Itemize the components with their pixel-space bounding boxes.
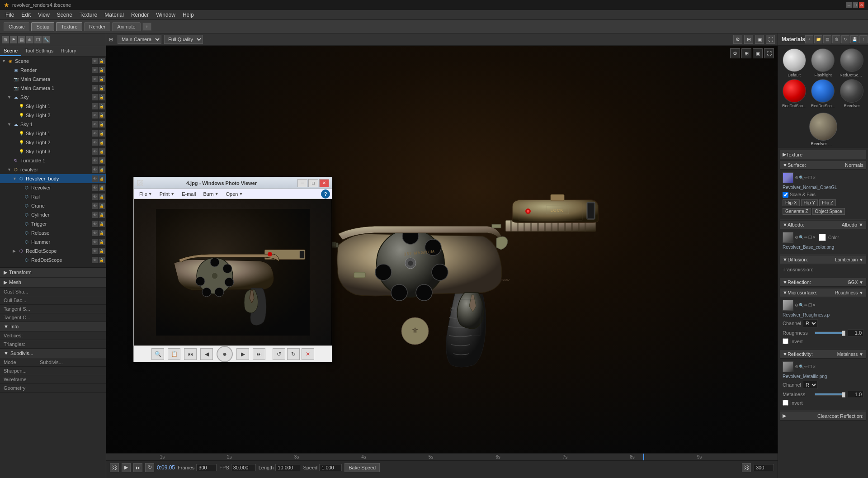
lock-icon[interactable]: 🔒 [99, 166, 105, 173]
mat-item-revolver-metal[interactable]: Revolver Metal [778, 111, 868, 148]
eye-icon[interactable]: 👁 [92, 58, 98, 64]
diffusion-section-header[interactable]: ▼ Diffusion: Lambertian ▼ [780, 256, 866, 264]
channel-select[interactable]: RGBA [803, 319, 818, 327]
metalness-input[interactable] [848, 391, 863, 398]
reflection-section-header[interactable]: ▼ Reflection: GGX ▼ [780, 278, 866, 287]
tl-cycle-button[interactable]: ↻ [145, 463, 154, 472]
pv-menu-file[interactable]: File ▼ [136, 190, 156, 198]
tl-end-frame-input[interactable] [754, 464, 774, 471]
flip-z-button[interactable]: Flip Z [819, 199, 836, 206]
close-button[interactable]: ✕ [859, 2, 864, 8]
pv-menu-burn[interactable]: Burn ▼ [199, 190, 222, 198]
tree-item-render[interactable]: ▣ Render 👁🔒 [0, 66, 106, 75]
tree-item-hammer[interactable]: ⬡ Hammer 👁🔒 [0, 237, 106, 246]
tl-speed-input[interactable] [319, 464, 342, 471]
eye-icon[interactable]: 👁 [92, 212, 98, 218]
fullscreen-icon[interactable]: ⛶ [766, 35, 775, 44]
tl-length-input[interactable] [275, 464, 300, 471]
vp-settings-icon[interactable]: ⚙ [730, 48, 740, 58]
menu-help[interactable]: Help [179, 11, 198, 19]
mat-item-revolver[interactable]: Revolver [838, 79, 865, 108]
mode-setup[interactable]: Setup [31, 22, 54, 31]
lock-icon[interactable]: 🔒 [99, 194, 105, 200]
mat-item-default[interactable]: Default [781, 48, 808, 77]
albedo-map-settings-icon[interactable]: ⚙ [795, 235, 798, 240]
tree-item-turntable[interactable]: ↻ Turntable 1 👁🔒 [0, 156, 106, 165]
eye-icon[interactable]: 👁 [92, 94, 98, 100]
lock-icon[interactable]: 🔒 [99, 130, 105, 137]
pv-minimize-button[interactable]: ─ [297, 179, 307, 187]
channel2-select[interactable]: RGBA [803, 381, 818, 389]
normal-map-edit-icon[interactable]: ✏ [804, 175, 808, 180]
tl-next-button[interactable]: ⏭ [133, 463, 142, 472]
tree-item-revolver-group[interactable]: ▼ ⬡ revolver 👁🔒 [0, 165, 106, 174]
flip-x-button[interactable]: Flip X [783, 199, 800, 206]
albedo-map-search-icon[interactable]: 🔍 [799, 235, 804, 240]
tree-item-trigger[interactable]: ⬡ Trigger 👁🔒 [0, 219, 106, 228]
mat-item-flashlight[interactable]: Flashlight [810, 48, 837, 77]
tree-item-sky-1[interactable]: ▼ ☁ Sky 1 👁🔒 [0, 120, 106, 129]
eye-icon[interactable]: 👁 [92, 103, 98, 109]
scene-tool-2[interactable]: ⚑ [10, 36, 17, 43]
scene-tool-5[interactable]: ❐ [34, 36, 42, 43]
eye-icon[interactable]: 👁 [92, 221, 98, 227]
texture-section-header[interactable]: ▶ Texture [780, 150, 866, 159]
normal-map-search-icon[interactable]: 🔍 [799, 175, 804, 180]
lock-icon[interactable]: 🔒 [99, 94, 105, 100]
object-space-button[interactable]: Object Space [812, 208, 845, 215]
pv-zoom-fit-button[interactable]: 🔍 [151, 348, 164, 360]
vp-grid-icon[interactable]: ⊞ [741, 48, 751, 58]
subdiv-header[interactable]: ▼ Subdivis... [0, 349, 106, 358]
flip-y-button[interactable]: Flip Y [801, 199, 818, 206]
settings-icon[interactable]: ⚙ [733, 35, 742, 44]
lock-icon[interactable]: 🔒 [99, 203, 105, 209]
eye-icon[interactable]: 👁 [92, 239, 98, 245]
roughness-search-icon[interactable]: 🔍 [799, 303, 804, 308]
pv-rotate-cw-button[interactable]: ↻ [287, 348, 300, 360]
pv-forward-button[interactable]: ▶ [236, 348, 249, 360]
tree-item-cylinder[interactable]: ⬡ Cylinder 👁🔒 [0, 210, 106, 219]
tree-item-rail[interactable]: ⬡ Rail 👁🔒 [0, 192, 106, 201]
albedo-section-header[interactable]: ▼ Albedo: Albedo ▼ [780, 221, 866, 229]
scene-tool-1[interactable]: ⊞ [2, 36, 9, 43]
tree-item-reddotscope-group[interactable]: ▶ ⬡ RedDotScope 👁🔒 [0, 246, 106, 256]
camera-select[interactable]: Main Camera [118, 35, 161, 44]
lock-icon[interactable]: 🔒 [99, 121, 105, 128]
lock-icon[interactable]: 🔒 [99, 175, 105, 182]
tree-item-main-camera[interactable]: 📷 Main Camera 👁🔒 [0, 75, 106, 84]
lock-icon[interactable]: 🔒 [99, 103, 105, 109]
roughness-edit-icon[interactable]: ✏ [804, 303, 808, 308]
layout-icon[interactable]: ▣ [755, 35, 764, 44]
tree-item-sky1-light-3[interactable]: 💡 Sky Light 3 👁🔒 [0, 147, 106, 156]
tree-item-release[interactable]: ⬡ Release 👁🔒 [0, 228, 106, 237]
lock-icon[interactable]: 🔒 [99, 67, 105, 73]
tl-link-button[interactable]: ⛓ [110, 463, 119, 472]
lock-icon[interactable]: 🔒 [99, 248, 105, 254]
eye-icon[interactable]: 👁 [92, 203, 98, 209]
lock-icon[interactable]: 🔒 [99, 221, 105, 227]
transform-header[interactable]: ▶ Transform [0, 268, 106, 278]
invert2-checkbox[interactable] [783, 400, 788, 406]
lock-icon[interactable]: 🔒 [99, 239, 105, 245]
eye-icon[interactable]: 👁 [92, 194, 98, 200]
mat-add-icon[interactable]: + [805, 35, 813, 43]
mesh-header[interactable]: ▶ Mesh [0, 278, 106, 288]
metalness-settings-icon[interactable]: ⚙ [795, 364, 798, 369]
eye-icon[interactable]: 👁 [92, 85, 98, 91]
tab-tool-settings[interactable]: Tool Settings [21, 46, 57, 56]
albedo-map-edit-icon[interactable]: ✏ [804, 235, 808, 240]
roughness-delete-icon[interactable]: ✕ [812, 303, 816, 308]
lock-icon[interactable]: 🔒 [99, 139, 105, 146]
color-swatch[interactable] [819, 234, 826, 241]
tree-item-reddotscope[interactable]: ⬡ RedDotScope 👁🔒 [0, 256, 106, 265]
pv-maximize-button[interactable]: □ [308, 179, 318, 187]
menu-texture[interactable]: Texture [76, 11, 101, 19]
pv-menu-print[interactable]: Print ▼ [156, 190, 179, 198]
tree-item-sky-light-2[interactable]: 💡 Sky Light 2 👁🔒 [0, 111, 106, 120]
normal-map-delete-icon[interactable]: ✕ [812, 175, 816, 180]
roughness-copy-icon[interactable]: ❐ [808, 303, 812, 308]
eye-icon[interactable]: 👁 [92, 76, 98, 82]
mat-import-icon[interactable]: ↑ [859, 35, 868, 43]
lock-icon[interactable]: 🔒 [99, 257, 105, 263]
menu-window[interactable]: Window [152, 11, 179, 19]
